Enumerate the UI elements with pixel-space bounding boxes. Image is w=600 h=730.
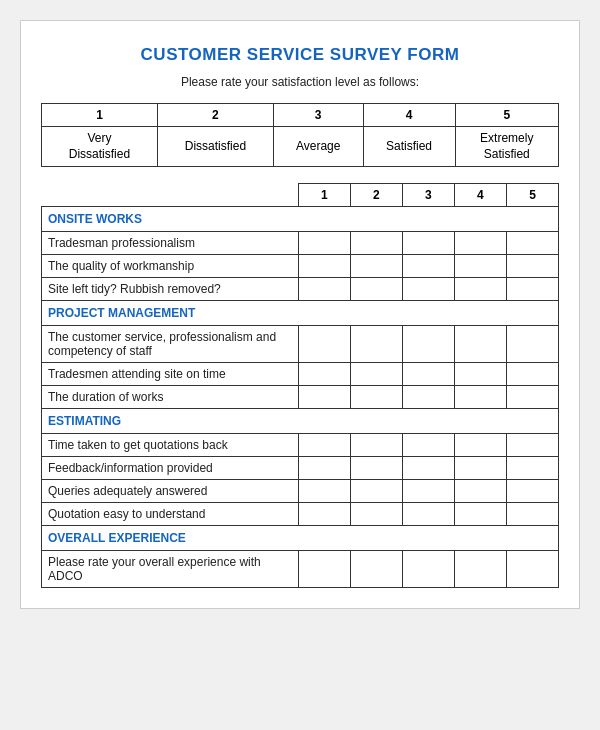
rating-cell-4[interactable] [454, 363, 506, 386]
list-item: Quotation easy to understand [42, 503, 559, 526]
legend-col-2: 2 [157, 104, 273, 127]
section-label: ESTIMATING [42, 409, 559, 434]
rating-cell-2[interactable] [350, 232, 402, 255]
rating-cell-4[interactable] [454, 503, 506, 526]
rating-cell-3[interactable] [402, 480, 454, 503]
rating-cell-3[interactable] [402, 434, 454, 457]
list-item: The duration of works [42, 386, 559, 409]
rating-cell-5[interactable] [506, 434, 558, 457]
list-item: Queries adequately answered [42, 480, 559, 503]
item-label: The duration of works [42, 386, 299, 409]
rating-cell-3[interactable] [402, 551, 454, 588]
rating-cell-5[interactable] [506, 503, 558, 526]
list-item: The quality of workmanship [42, 255, 559, 278]
rating-cell-4[interactable] [454, 480, 506, 503]
rating-cell-3[interactable] [402, 232, 454, 255]
item-label: Quotation easy to understand [42, 503, 299, 526]
rating-cell-2[interactable] [350, 363, 402, 386]
rating-cell-4[interactable] [454, 232, 506, 255]
rating-cell-1[interactable] [298, 457, 350, 480]
rating-cell-1[interactable] [298, 434, 350, 457]
legend-label-3: Average [273, 127, 363, 167]
legend-header-row: 1 2 3 4 5 [42, 104, 559, 127]
section-project-management: PROJECT MANAGEMENT [42, 301, 559, 326]
rating-cell-5[interactable] [506, 255, 558, 278]
item-label: Site left tidy? Rubbish removed? [42, 278, 299, 301]
rating-col-3: 3 [402, 184, 454, 207]
item-label: Tradesman professionalism [42, 232, 299, 255]
rating-cell-2[interactable] [350, 255, 402, 278]
list-item: Time taken to get quotations back [42, 434, 559, 457]
rating-cell-1[interactable] [298, 255, 350, 278]
rating-cell-1[interactable] [298, 551, 350, 588]
rating-cell-4[interactable] [454, 255, 506, 278]
legend-label-row: VeryDissatisfied Dissatisfied Average Sa… [42, 127, 559, 167]
rating-cell-4[interactable] [454, 326, 506, 363]
rating-col-1: 1 [298, 184, 350, 207]
page-title: CUSTOMER SERVICE SURVEY FORM [41, 45, 559, 65]
item-label: Queries adequately answered [42, 480, 299, 503]
rating-cell-3[interactable] [402, 278, 454, 301]
rating-cell-3[interactable] [402, 326, 454, 363]
rating-cell-2[interactable] [350, 480, 402, 503]
legend-col-5: 5 [455, 104, 558, 127]
rating-cell-4[interactable] [454, 386, 506, 409]
legend-label-4: Satisfied [363, 127, 455, 167]
rating-cell-3[interactable] [402, 386, 454, 409]
legend-label-5: ExtremelySatisfied [455, 127, 558, 167]
rating-cell-3[interactable] [402, 255, 454, 278]
empty-header [42, 184, 299, 207]
rating-cell-2[interactable] [350, 386, 402, 409]
list-item: Please rate your overall experience with… [42, 551, 559, 588]
section-onsite-works: ONSITE WORKS [42, 207, 559, 232]
rating-cell-3[interactable] [402, 363, 454, 386]
rating-cell-2[interactable] [350, 551, 402, 588]
rating-cell-2[interactable] [350, 278, 402, 301]
list-item: The customer service, professionalism an… [42, 326, 559, 363]
rating-cell-3[interactable] [402, 457, 454, 480]
rating-cell-1[interactable] [298, 480, 350, 503]
rating-col-4: 4 [454, 184, 506, 207]
legend-table: 1 2 3 4 5 VeryDissatisfied Dissatisfied … [41, 103, 559, 167]
rating-cell-2[interactable] [350, 434, 402, 457]
rating-cell-1[interactable] [298, 326, 350, 363]
rating-cell-2[interactable] [350, 326, 402, 363]
rating-cell-5[interactable] [506, 551, 558, 588]
survey-table: 1 2 3 4 5 ONSITE WORKS Tradesman profess… [41, 183, 559, 588]
rating-cell-2[interactable] [350, 503, 402, 526]
rating-cell-5[interactable] [506, 363, 558, 386]
rating-cell-4[interactable] [454, 434, 506, 457]
item-label: Tradesmen attending site on time [42, 363, 299, 386]
item-label: Please rate your overall experience with… [42, 551, 299, 588]
legend-col-3: 3 [273, 104, 363, 127]
survey-header-row: 1 2 3 4 5 [42, 184, 559, 207]
section-label: PROJECT MANAGEMENT [42, 301, 559, 326]
rating-cell-5[interactable] [506, 278, 558, 301]
section-estimating: ESTIMATING [42, 409, 559, 434]
rating-cell-5[interactable] [506, 326, 558, 363]
rating-cell-3[interactable] [402, 503, 454, 526]
rating-cell-4[interactable] [454, 457, 506, 480]
rating-cell-4[interactable] [454, 278, 506, 301]
rating-cell-2[interactable] [350, 457, 402, 480]
list-item: Tradesman professionalism [42, 232, 559, 255]
rating-cell-5[interactable] [506, 480, 558, 503]
survey-page: CUSTOMER SERVICE SURVEY FORM Please rate… [20, 20, 580, 609]
rating-cell-5[interactable] [506, 386, 558, 409]
rating-cell-1[interactable] [298, 363, 350, 386]
rating-col-2: 2 [350, 184, 402, 207]
section-label: ONSITE WORKS [42, 207, 559, 232]
rating-cell-1[interactable] [298, 386, 350, 409]
legend-label-2: Dissatisfied [157, 127, 273, 167]
list-item: Tradesmen attending site on time [42, 363, 559, 386]
rating-cell-5[interactable] [506, 232, 558, 255]
section-overall-experience: OVERALL EXPERIENCE [42, 526, 559, 551]
item-label: The quality of workmanship [42, 255, 299, 278]
rating-cell-1[interactable] [298, 278, 350, 301]
rating-cell-1[interactable] [298, 503, 350, 526]
rating-cell-1[interactable] [298, 232, 350, 255]
rating-cell-5[interactable] [506, 457, 558, 480]
rating-cell-4[interactable] [454, 551, 506, 588]
page-subtitle: Please rate your satisfaction level as f… [41, 75, 559, 89]
list-item: Site left tidy? Rubbish removed? [42, 278, 559, 301]
